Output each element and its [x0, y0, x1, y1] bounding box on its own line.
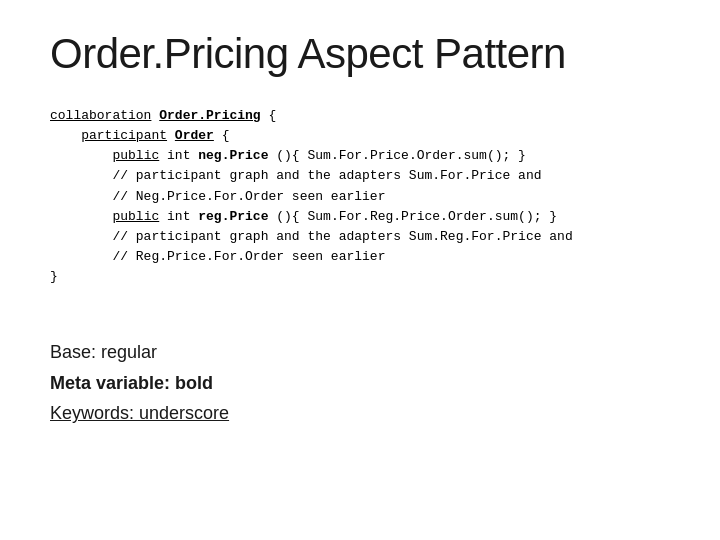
code-line-4: // participant graph and the adapters Su…	[50, 166, 670, 186]
code-line-5: // Neg.Price.For.Order seen earlier	[50, 187, 670, 207]
meta-negprice: neg.Price	[198, 148, 268, 163]
meta-order: Order	[175, 128, 214, 143]
legend: Base: regular Meta variable: bold Keywor…	[50, 337, 670, 429]
code-line-8: // Reg.Price.For.Order seen earlier	[50, 247, 670, 267]
brace-open-2: {	[222, 128, 230, 143]
legend-meta: Meta variable: bold	[50, 368, 670, 399]
meta-regprice: reg.Price	[198, 209, 268, 224]
code-line-1: collaboration Order.Pricing {	[50, 106, 670, 126]
legend-base: Base: regular	[50, 337, 670, 368]
code-line-6: public int reg.Price (){ Sum.For.Reg.Pri…	[50, 207, 670, 227]
keyword-participant: participant	[81, 128, 167, 143]
slide-container: Order.Pricing Aspect Pattern collaborati…	[0, 0, 720, 540]
keyword-public-2: public	[112, 209, 159, 224]
slide-title: Order.Pricing Aspect Pattern	[50, 30, 670, 78]
legend-keywords: Keywords: underscore	[50, 398, 670, 429]
code-block: collaboration Order.Pricing { participan…	[50, 106, 670, 287]
brace-open-1: {	[268, 108, 276, 123]
code-line-7: // participant graph and the adapters Su…	[50, 227, 670, 247]
code-line-3: public int neg.Price (){ Sum.For.Price.O…	[50, 146, 670, 166]
meta-orderpricing: Order.Pricing	[159, 108, 260, 123]
code-line-9: }	[50, 267, 670, 287]
keyword-collaboration: collaboration	[50, 108, 151, 123]
code-line-2: participant Order {	[50, 126, 670, 146]
keyword-public-1: public	[112, 148, 159, 163]
